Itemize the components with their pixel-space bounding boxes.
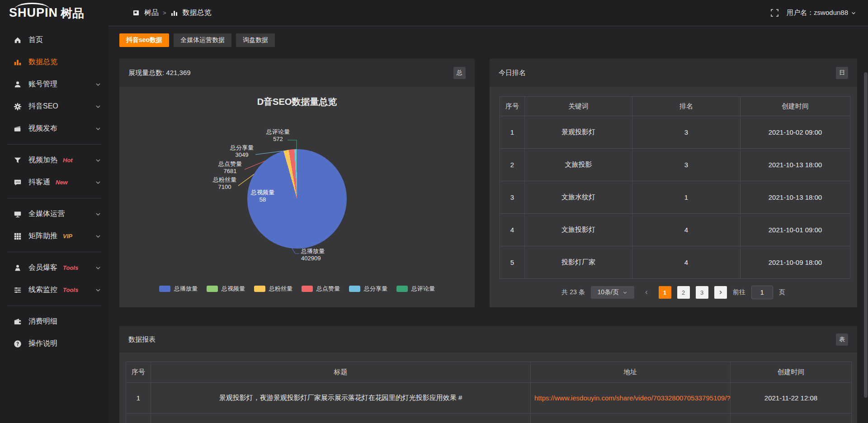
sidebar-divider — [7, 306, 101, 306]
data-source-tabs: 抖音seo数据 全媒体运营数据 询盘数据 — [119, 33, 275, 47]
legend-swatch — [254, 286, 265, 292]
report-panel-header: 数据报表 表 — [119, 326, 857, 352]
video-link[interactable]: https://www.iesdouyin.com/share/video/70… — [531, 383, 731, 414]
ranking-panel: 今日排名 日 序号 关键词 排名 创建时间 1景观投影灯32021-10-02 … — [490, 59, 857, 307]
hot-badge: Hot — [63, 157, 73, 164]
legend-item-plays[interactable]: 总播放量 — [159, 285, 198, 293]
legend-item-comments[interactable]: 总评论量 — [396, 285, 435, 293]
sidebar-item-douketong[interactable]: 抖客通 New — [0, 171, 108, 193]
logo-arc — [14, 3, 50, 16]
breadcrumb-current: 数据总览 — [183, 8, 212, 18]
legend-swatch — [349, 286, 360, 292]
page-button-1[interactable]: 1 — [659, 286, 671, 299]
table-row: 3文旅水纹灯12021-10-13 18:00 — [500, 181, 850, 214]
chevron-down-icon — [95, 211, 101, 217]
pie-label-videos: 总视频量58 — [238, 189, 288, 203]
bar-chart-icon — [170, 9, 179, 17]
legend-swatch — [159, 286, 170, 292]
sidebar-item-account[interactable]: 账号管理 — [0, 73, 108, 95]
sidebar-item-douyin-seo[interactable]: 抖音SEO — [0, 95, 108, 118]
fullscreen-icon[interactable] — [770, 9, 778, 17]
page-button-3[interactable]: 3 — [696, 286, 708, 299]
report-panel: 数据报表 表 序号 标题 地址 创建时间 1 景观投影灯，夜游景观投影灯厂家展示… — [119, 326, 857, 423]
sidebar-item-video-publish[interactable]: 视频发布 — [0, 118, 108, 140]
legend-item-fans[interactable]: 总粉丝量 — [254, 285, 292, 293]
total-view-button[interactable]: 总 — [453, 67, 466, 79]
table-row: 1景观投影灯32021-10-02 09:00 — [500, 116, 850, 149]
tab-omnimedia-data[interactable]: 全媒体运营数据 — [174, 33, 231, 47]
legend-item-shares[interactable]: 总分享量 — [349, 285, 387, 293]
app-logo: SHUPIN 树品 — [0, 7, 118, 19]
sidebar-item-matrix-boost[interactable]: 矩阵助推 VIP — [0, 225, 108, 247]
table-row: 2文旅投影32021-10-13 18:00 — [500, 149, 850, 181]
impressions-total-label: 展现量总数: 421,369 — [128, 69, 191, 77]
sidebar-item-lead-monitor[interactable]: 线索监控 Tools — [0, 279, 108, 301]
col-title: 标题 — [151, 362, 531, 383]
chart-legend: 总播放量 总视频量 总粉丝量 总点赞量 总分享量 总评论量 — [119, 285, 475, 293]
page-scrollbar[interactable] — [864, 72, 868, 398]
video-title-cell: 景观投影灯，夜游景观投影灯厂家展示展示落花灯在花园里的灯光投影应用效果 # — [151, 383, 531, 414]
sidebar-item-video-heat[interactable]: 视频加热 Hot — [0, 149, 108, 171]
goto-page-input[interactable] — [751, 286, 773, 299]
report-panel-title: 数据报表 — [128, 335, 156, 344]
page-size-select[interactable]: 10条/页 — [591, 286, 634, 299]
col-index: 序号 — [500, 97, 525, 116]
breadcrumb: 树品 > 数据总览 — [132, 8, 212, 18]
top-header: SHUPIN 树品 树品 > 数据总览 用户名：zswodun88 — [0, 0, 868, 26]
bar-chart-icon — [14, 58, 22, 66]
sidebar-item-omnimedia[interactable]: 全媒体运营 — [0, 203, 108, 225]
username-label: 用户名：zswodun88 — [787, 9, 848, 17]
sidebar-item-help[interactable]: 操作说明 — [0, 333, 108, 355]
goto-suffix: 页 — [779, 288, 785, 296]
sidebar-item-spend-detail[interactable]: 消费明细 — [0, 310, 108, 333]
prev-page-button[interactable] — [640, 286, 653, 299]
table-row: 4文旅投影灯42021-10-01 09:00 — [500, 214, 850, 246]
pie-label-comments: 总评论量572 — [253, 128, 303, 143]
heat-icon — [14, 156, 22, 164]
page-button-2[interactable]: 2 — [677, 286, 690, 299]
sidebar-divider — [7, 144, 101, 145]
breadcrumb-separator-icon: > — [163, 9, 166, 16]
sidebar-item-home[interactable]: 首页 — [0, 29, 108, 51]
sidebar-item-data-overview[interactable]: 数据总览 — [0, 51, 108, 73]
daily-view-button[interactable]: 日 — [836, 67, 848, 79]
home-icon — [14, 36, 22, 44]
chevron-down-icon — [851, 10, 856, 16]
tab-douyin-seo-data[interactable]: 抖音seo数据 — [119, 33, 169, 47]
legend-item-videos[interactable]: 总视频量 — [207, 285, 245, 293]
table-row: 5投影灯厂家42021-10-09 18:00 — [500, 246, 850, 279]
member-icon — [14, 264, 22, 272]
col-created: 创建时间 — [731, 362, 852, 383]
table-view-button[interactable]: 表 — [836, 334, 848, 346]
video-icon — [14, 125, 22, 133]
chevron-down-icon — [95, 287, 101, 293]
tab-inquiry-data[interactable]: 询盘数据 — [236, 33, 275, 47]
breadcrumb-home[interactable]: 树品 — [144, 8, 159, 18]
legend-swatch — [396, 286, 408, 292]
next-page-button[interactable] — [714, 286, 727, 299]
logo-text-cn: 树品 — [61, 7, 84, 19]
sliders-icon — [14, 286, 22, 294]
chevron-left-icon — [644, 290, 649, 295]
chevron-down-icon — [623, 290, 627, 295]
table-header-row: 序号 标题 地址 创建时间 — [126, 362, 852, 383]
col-url: 地址 — [531, 362, 731, 383]
overview-panel-header: 展现量总数: 421,369 总 — [119, 59, 475, 87]
table-row — [126, 414, 852, 423]
ranking-panel-title: 今日排名 — [499, 69, 526, 77]
chevron-down-icon — [95, 233, 101, 240]
ranking-table: 序号 关键词 排名 创建时间 1景观投影灯32021-10-02 09:00 2… — [500, 96, 850, 279]
vip-badge: VIP — [63, 233, 72, 240]
pie-label-shares: 总分享量3049 — [217, 144, 267, 159]
col-keyword: 关键词 — [525, 97, 632, 116]
gear-icon — [14, 103, 22, 111]
pie-chart-area: D音SEO数据量总览 总评论量572 总分享量3049 总点赞量7681 总粉丝… — [119, 87, 475, 307]
user-icon — [14, 80, 22, 89]
username-dropdown[interactable]: 用户名：zswodun88 — [787, 9, 856, 17]
legend-item-likes[interactable]: 总点赞量 — [302, 285, 340, 293]
pagination-total: 共 23 条 — [561, 288, 585, 296]
ranking-panel-header: 今日排名 日 — [490, 59, 857, 87]
chat-icon — [14, 179, 22, 187]
sidebar-item-member-burst[interactable]: 会员爆客 Tools — [0, 257, 108, 279]
help-icon — [14, 340, 22, 348]
